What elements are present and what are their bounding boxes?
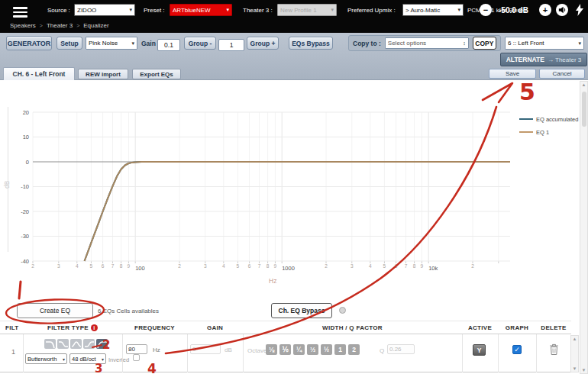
chevron-down-icon: ▾	[578, 40, 581, 47]
svg-text:9: 9	[274, 263, 277, 269]
svg-text:7: 7	[405, 263, 408, 269]
filter-family-select[interactable]: Butterworth ▾	[25, 353, 67, 364]
chevron-down-icon: ▾	[331, 7, 334, 13]
scroll-down-icon[interactable]: ▼	[573, 366, 577, 371]
save-button[interactable]: Save	[489, 69, 536, 79]
svg-text:2: 2	[178, 263, 181, 269]
group-minus-button[interactable]: Group -	[184, 37, 216, 50]
equalizer-page: Source : ZIDOO ▾ Preset : ARTblueNEW ▾ T…	[0, 0, 588, 374]
eq-filter-row: 1 Butterworth ▾ 48 dB/oct ▾ Inverted	[0, 334, 571, 372]
octave-1-button[interactable]: 1	[334, 344, 346, 355]
table-scrollbar[interactable]: ▲ ▼	[570, 335, 579, 372]
peak-filter-icon[interactable]	[70, 339, 82, 349]
highshelf-filter-icon[interactable]	[83, 339, 95, 349]
svg-text:3: 3	[57, 263, 60, 269]
create-eq-button[interactable]: Create EQ	[17, 303, 93, 318]
header-gain: GAIN	[187, 324, 243, 331]
column-divider	[243, 334, 244, 372]
svg-text:3: 3	[351, 263, 354, 269]
generator-gain-input[interactable]	[157, 39, 180, 51]
header-frequency: FREQUENCY	[122, 324, 187, 331]
svg-text:7: 7	[111, 263, 115, 269]
scroll-down-icon[interactable]: ▼	[582, 368, 586, 372]
chevron-down-icon: ▾	[102, 356, 104, 362]
svg-text:7: 7	[258, 263, 261, 269]
octave-1-2-button[interactable]: ½	[321, 344, 332, 355]
top-bar: Source : ZIDOO ▾ Preset : ARTblueNEW ▾ T…	[0, 0, 588, 33]
svg-text:2: 2	[471, 263, 474, 269]
svg-text:0: 0	[26, 159, 29, 166]
y-axis-label: dB	[3, 180, 11, 189]
upmix-select[interactable]: > Auro-Matic ▾	[402, 4, 464, 16]
info-icon[interactable]: i	[91, 324, 98, 331]
header-width-q: WIDTH / Q FACTOR	[243, 324, 462, 331]
volume-up-icon[interactable]: +	[539, 4, 551, 16]
copy-target-select[interactable]: Select options ↕	[385, 37, 469, 49]
generator-button[interactable]: GENERATOR	[6, 36, 52, 50]
svg-text:8: 8	[267, 263, 270, 269]
eq-table-header: FILT FILTER TYPE i FREQUENCY GAIN WIDTH …	[0, 321, 571, 334]
frequency-input[interactable]	[126, 344, 147, 354]
octave-1-6-button[interactable]: ⅙	[279, 344, 291, 355]
svg-text:-40: -40	[21, 258, 29, 265]
theater-profile-select: New Profile 1 ▾	[277, 4, 337, 16]
menu-icon[interactable]	[13, 5, 27, 20]
source-select[interactable]: ZIDOO ▾	[74, 4, 135, 16]
scrollbar-thumb[interactable]	[582, 92, 586, 127]
noise-select[interactable]: Pink Noise ▾	[86, 37, 137, 50]
slope-select[interactable]: 48 dB/oct ▾	[69, 353, 106, 364]
octave-1-4-button[interactable]: ¼	[293, 344, 305, 355]
inverted-checkbox[interactable]	[133, 354, 140, 361]
chevron-down-icon: ▾	[457, 7, 460, 13]
ch-eq-bypass-indicator-icon[interactable]	[339, 307, 346, 314]
power-bolt-icon[interactable]	[575, 3, 584, 20]
svg-text:6: 6	[395, 263, 398, 269]
export-eqs-button[interactable]: Export EQs	[132, 69, 181, 79]
page-scrollbar[interactable]: ▲ ▼	[580, 81, 588, 374]
volume-down-icon[interactable]: −	[480, 4, 492, 16]
column-divider	[462, 334, 463, 372]
channel-tab[interactable]: CH. 6 - Left Front	[3, 67, 75, 80]
cancel-button[interactable]: Cancel	[539, 69, 585, 79]
ch-eq-bypass-button[interactable]: Ch. EQ Bypass	[271, 303, 332, 318]
octave-1-8-button[interactable]: ⅛	[266, 344, 277, 355]
preset-label: Preset :	[144, 7, 165, 14]
svg-text:-10: -10	[21, 183, 29, 190]
lowshelf-filter-icon[interactable]	[57, 339, 69, 349]
filter-number: 1	[11, 348, 15, 356]
chevron-down-icon: ▾	[226, 7, 229, 13]
channel-select[interactable]: 6 :: Left Front ▾	[505, 37, 584, 50]
delete-trash-icon[interactable]	[549, 343, 559, 359]
svg-text:5: 5	[237, 263, 240, 269]
scroll-up-icon[interactable]: ▲	[582, 82, 586, 87]
highpass-filter-icon[interactable]	[96, 339, 108, 349]
setup-button[interactable]: Setup	[57, 37, 82, 50]
breadcrumb-theater3[interactable]: Theater 3	[47, 22, 73, 29]
lowpass-filter-icon[interactable]	[44, 339, 56, 349]
mute-speaker-icon[interactable]	[556, 4, 568, 16]
column-divider	[498, 334, 499, 372]
scroll-up-icon[interactable]: ▲	[573, 337, 577, 341]
alternate-theater-button[interactable]: ALTERNATE → Theater 3	[500, 53, 587, 66]
q-label: Q	[380, 347, 384, 354]
breadcrumb-speakers[interactable]: Speakers	[10, 22, 36, 29]
svg-text:100: 100	[135, 265, 145, 272]
svg-text:1000: 1000	[282, 265, 295, 272]
group-count-input[interactable]	[218, 39, 244, 51]
header-active: ACTIVE	[462, 324, 498, 331]
breadcrumb-equalizer: Equalizer	[83, 22, 108, 29]
preset-select[interactable]: ARTblueNEW ▾	[170, 4, 232, 16]
group-plus-button[interactable]: Group +	[247, 37, 279, 50]
svg-text:10k: 10k	[428, 265, 438, 272]
copy-button[interactable]: COPY	[473, 37, 496, 50]
svg-text:5: 5	[383, 263, 386, 269]
octave-buttons: ⅛ ⅙ ¼ ⅓ ½ 1 2	[266, 344, 360, 355]
header-filter-type: FILTER TYPE i	[23, 324, 122, 331]
rew-import-button[interactable]: REW import	[78, 69, 128, 79]
eqs-bypass-button[interactable]: EQs Bypass	[289, 37, 333, 50]
octave-2-button[interactable]: 2	[348, 344, 360, 355]
graph-checkbox[interactable]: ✓	[512, 345, 522, 354]
svg-text:9: 9	[128, 263, 131, 269]
active-toggle-button[interactable]: Y	[473, 344, 486, 356]
octave-1-3-button[interactable]: ⅓	[307, 344, 318, 355]
